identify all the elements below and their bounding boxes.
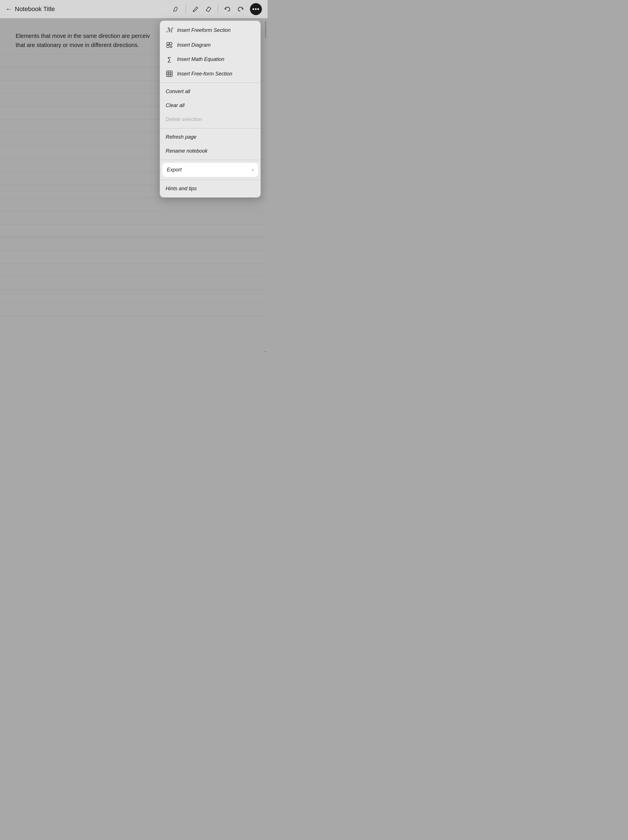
svg-marker-0 — [206, 7, 211, 12]
svg-rect-3 — [167, 45, 169, 47]
divider-1 — [186, 5, 186, 14]
dropdown-menu: ℳ Insert Freeform Section Insert Diagram… — [160, 21, 261, 197]
hints-label: Hints and tips — [166, 186, 197, 192]
insert-freeform-label: Insert Freeform Section — [177, 27, 230, 33]
delete-selection-label: Delete selection — [166, 117, 202, 122]
menu-item-hints[interactable]: Hints and tips — [160, 182, 260, 196]
rename-label: Rename notebook — [166, 148, 208, 154]
notebook-text-line2: that are stationary or move in different… — [16, 40, 150, 49]
export-chevron-icon: › — [252, 167, 254, 173]
math-icon: ∑ — [166, 56, 173, 63]
menu-item-insert-freeform-section[interactable]: Insert Free-form Section — [160, 66, 260, 81]
back-button[interactable]: ← — [6, 5, 12, 13]
toolbar-right: ••• — [172, 3, 262, 15]
menu-section-notebook: Refresh page Rename notebook — [160, 128, 260, 160]
menu-section-insert: ℳ Insert Freeform Section Insert Diagram… — [160, 21, 260, 82]
more-button[interactable]: ••• — [250, 3, 262, 15]
freeform-icon: ℳ — [166, 27, 173, 34]
scrollbar[interactable]: ⌄ — [265, 18, 267, 353]
freeform-section-icon — [166, 71, 173, 77]
svg-rect-5 — [167, 71, 172, 77]
toolbar-left: ← Notebook Title — [6, 5, 172, 13]
eraser-icon[interactable] — [205, 5, 212, 13]
insert-math-label: Insert Math Equation — [177, 56, 224, 62]
clear-all-label: Clear all — [166, 103, 185, 109]
menu-item-refresh[interactable]: Refresh page — [160, 130, 260, 144]
menu-item-insert-math[interactable]: ∑ Insert Math Equation — [160, 52, 260, 66]
export-label: Export — [167, 167, 248, 173]
toolbar: ← Notebook Title — [0, 0, 268, 18]
scroll-down-arrow-icon[interactable]: ⌄ — [264, 349, 267, 353]
menu-section-hints: Hints and tips — [160, 180, 260, 197]
notebook-text-line1: Elements that move in the same direction… — [16, 31, 150, 40]
redo-icon[interactable] — [237, 5, 244, 13]
notebook-title: Notebook Title — [15, 5, 55, 13]
undo-icon[interactable] — [224, 5, 231, 13]
svg-rect-2 — [170, 43, 172, 45]
menu-section-export: Export › — [160, 160, 260, 180]
menu-item-export[interactable]: Export › — [162, 163, 258, 177]
menu-item-convert-all[interactable]: Convert all — [160, 85, 260, 98]
insert-diagram-label: Insert Diagram — [177, 42, 211, 48]
pen-icon[interactable] — [192, 5, 199, 13]
convert-all-label: Convert all — [166, 88, 190, 95]
notebook-content: Elements that move in the same direction… — [16, 31, 150, 49]
diagram-icon — [166, 42, 173, 48]
menu-section-actions: Convert all Clear all Delete selection — [160, 83, 260, 128]
handwriting-icon[interactable] — [172, 5, 180, 13]
scrollbar-thumb[interactable] — [265, 21, 266, 38]
menu-item-insert-diagram[interactable]: Insert Diagram — [160, 38, 260, 52]
menu-item-rename[interactable]: Rename notebook — [160, 144, 260, 158]
menu-item-delete-selection: Delete selection — [160, 112, 260, 126]
insert-freeform-section-label: Insert Free-form Section — [177, 71, 232, 77]
menu-item-clear-all[interactable]: Clear all — [160, 98, 260, 112]
svg-rect-1 — [167, 43, 169, 45]
refresh-label: Refresh page — [166, 134, 196, 140]
svg-point-4 — [170, 46, 172, 47]
menu-item-insert-freeform[interactable]: ℳ Insert Freeform Section — [160, 22, 260, 38]
